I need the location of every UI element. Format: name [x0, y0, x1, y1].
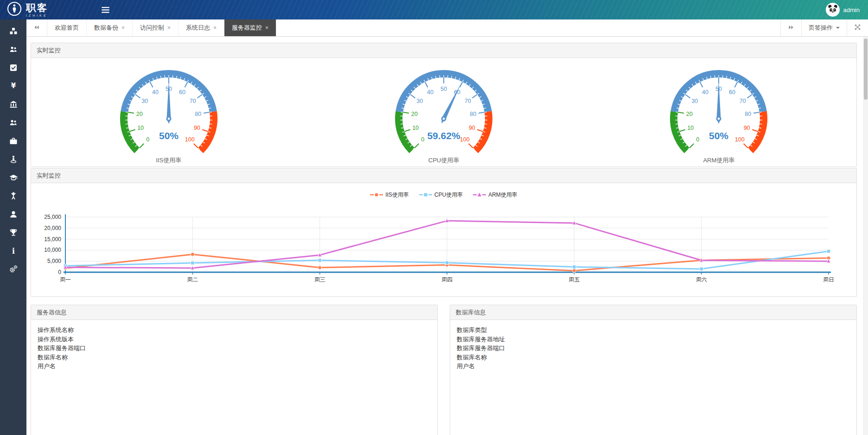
close-icon[interactable]: ×: [265, 25, 268, 31]
x-tick-label: 周三: [314, 276, 326, 282]
list-item: 数据库服务器地址: [457, 335, 850, 344]
gauge-label: IIS使用率: [31, 156, 306, 165]
gauge-dial-2: 010203040506070809010050%: [642, 65, 795, 158]
sidebar-item-6[interactable]: [0, 133, 26, 151]
backward-icon: [33, 24, 40, 32]
gauge-dial-1: 010203040506070809010059.62%: [367, 65, 520, 158]
svg-text:20: 20: [411, 111, 418, 117]
sidebar-item-9[interactable]: [0, 188, 26, 206]
tab-label: 系统日志: [186, 24, 210, 32]
tabs-backward-button[interactable]: [26, 19, 47, 36]
legend-label: IIS使用率: [385, 191, 409, 199]
list-item: 数据库名称: [457, 353, 850, 362]
close-icon[interactable]: ×: [213, 25, 217, 31]
fullscreen-button[interactable]: [847, 19, 868, 36]
sidebar-item-4[interactable]: [0, 96, 26, 115]
bank-icon: [9, 100, 18, 111]
svg-text:30: 30: [692, 98, 698, 104]
legend-label: CPU使用率: [434, 191, 463, 199]
svg-text:0: 0: [696, 136, 700, 143]
tabs-forward-button[interactable]: [780, 19, 801, 36]
sidebar-item-0[interactable]: [0, 23, 26, 41]
legend-item-1[interactable]: CPU使用率: [419, 191, 463, 199]
svg-text:20: 20: [136, 111, 142, 117]
team-icon: [9, 118, 18, 129]
database-info-title: 数据库信息: [450, 305, 856, 320]
hamburger-icon[interactable]: [102, 7, 109, 13]
data-point: [572, 269, 576, 273]
list-item: 数据库服务器端口: [38, 344, 431, 353]
briefcase-icon: [9, 136, 18, 147]
svg-text:70: 70: [189, 98, 196, 104]
x-tick-label: 周四: [441, 276, 453, 282]
data-point: [445, 261, 449, 265]
sidebar-item-2[interactable]: [0, 59, 26, 78]
sidebar-item-8[interactable]: [0, 169, 26, 188]
tab-operations-label: 页签操作: [809, 24, 833, 32]
svg-text:70: 70: [465, 98, 471, 104]
legend-item-0[interactable]: IIS使用率: [370, 191, 409, 199]
y-tick-label: 20,000: [44, 225, 61, 231]
sidebar-item-12[interactable]: i: [0, 243, 26, 261]
sidebar-nav: ¥i: [0, 19, 26, 435]
user-menu[interactable]: admin: [826, 3, 860, 17]
tab-3[interactable]: 系统日志×: [179, 19, 224, 36]
sidebar-item-11[interactable]: [0, 224, 26, 243]
brand-logo[interactable]: 职客 IZHIKE: [0, 1, 95, 19]
user-icon: [9, 210, 18, 221]
svg-text:¥: ¥: [11, 82, 16, 90]
gauge-0: 010203040506070809010050%IIS使用率: [31, 58, 306, 165]
sidebar-item-3[interactable]: ¥: [0, 78, 26, 96]
tab-label: 服务器监控: [232, 24, 262, 32]
tab-operations-dropdown[interactable]: 页签操作: [801, 19, 847, 36]
child-icon: [9, 191, 18, 202]
sidebar-item-7[interactable]: [0, 151, 26, 170]
tab-2[interactable]: 访问控制×: [133, 19, 179, 36]
tab-bar: 欢迎首页数据备份×访问控制×系统日志×服务器监控× 页签操作: [26, 19, 868, 37]
server-info-title: 服务器信息: [31, 305, 437, 320]
gauge-2: 010203040506070809010050%ARM使用率: [581, 58, 856, 165]
brand-logo-icon: [6, 1, 22, 19]
sidebar-item-13[interactable]: [0, 261, 26, 280]
svg-text:20: 20: [686, 111, 693, 117]
sidebar-item-1[interactable]: [0, 41, 26, 60]
svg-text:90: 90: [194, 125, 200, 131]
tab-1[interactable]: 数据备份×: [87, 19, 133, 36]
street-view-icon: [9, 154, 18, 166]
svg-text:40: 40: [702, 89, 708, 96]
svg-text:40: 40: [152, 89, 159, 96]
svg-text:90: 90: [744, 125, 750, 131]
y-tick-label: 15,000: [44, 236, 61, 243]
legend-item-2[interactable]: ARM使用率: [473, 191, 517, 199]
y-tick-label: 25,000: [44, 214, 61, 220]
close-icon[interactable]: ×: [167, 25, 171, 31]
database-info-panel: 数据库信息 数据库类型数据库服务器地址数据库服务器端口数据库名称用户名: [450, 305, 857, 435]
data-point: [191, 261, 195, 265]
svg-text:100: 100: [185, 136, 194, 143]
gauge-label: ARM使用率: [581, 156, 856, 165]
svg-text:90: 90: [469, 125, 475, 131]
server-info-panel: 服务器信息 操作系统名称操作系统版本数据库服务器端口数据库名称用户名: [31, 305, 438, 435]
square-marker-icon: [419, 192, 432, 198]
list-item: 操作系统版本: [38, 335, 431, 344]
realtime-gauges-panel: 实时监控 010203040506070809010050%IIS使用率0102…: [31, 43, 857, 167]
fullscreen-icon: [854, 24, 861, 32]
tab-label: 访问控制: [140, 24, 164, 32]
triangle-marker-icon: [473, 192, 486, 198]
gears-icon: [9, 264, 18, 275]
realtime-chart-panel: 实时监控 IIS使用率CPU使用率ARM使用率 05,00010,00015,0…: [31, 168, 857, 297]
vertical-scrollbar-track[interactable]: [863, 37, 868, 435]
sidebar-item-5[interactable]: [0, 115, 26, 133]
svg-text:100: 100: [460, 136, 470, 143]
list-item: 数据库类型: [457, 326, 850, 335]
data-point: [700, 267, 703, 271]
tab-0[interactable]: 欢迎首页: [47, 19, 87, 36]
tab-4[interactable]: 服务器监控×: [224, 19, 276, 36]
data-point: [191, 252, 194, 256]
chart-legend: IIS使用率CPU使用率ARM使用率: [31, 191, 856, 199]
vertical-scrollbar-thumb[interactable]: [864, 38, 868, 100]
close-icon[interactable]: ×: [121, 25, 125, 31]
gauges-panel-title: 实时监控: [31, 43, 856, 58]
sidebar-item-10[interactable]: [0, 206, 26, 224]
y-tick-label: 10,000: [44, 247, 61, 253]
